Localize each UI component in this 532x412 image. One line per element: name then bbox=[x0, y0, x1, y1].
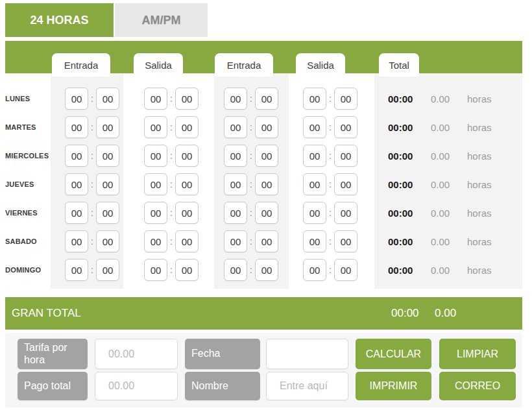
entrada2-hours-input[interactable] bbox=[224, 259, 247, 281]
day-label: MIERCOLES bbox=[5, 152, 48, 160]
entrada1-minutes-input[interactable] bbox=[96, 259, 119, 281]
entrada2-hours-input[interactable] bbox=[224, 88, 247, 110]
entrada2-minutes-input[interactable] bbox=[255, 173, 278, 195]
entrada1-hours-input[interactable] bbox=[65, 259, 88, 281]
entrada2-minutes-input[interactable] bbox=[255, 88, 278, 110]
salida2-hours-input[interactable] bbox=[303, 173, 326, 195]
entrada2-minutes-input[interactable] bbox=[255, 259, 278, 281]
salida2-minutes-input[interactable] bbox=[334, 259, 357, 281]
colon-separator: : bbox=[167, 265, 175, 275]
salida1-hours-input[interactable] bbox=[144, 230, 167, 252]
entrada2-minutes-input[interactable] bbox=[255, 230, 278, 252]
salida2-hours-input[interactable] bbox=[303, 259, 326, 281]
salida2-hours-input[interactable] bbox=[303, 202, 326, 224]
entrada1-minutes-input[interactable] bbox=[96, 145, 119, 167]
salida1-minutes-input[interactable] bbox=[175, 88, 199, 110]
entrada1-hours-input[interactable] bbox=[65, 88, 88, 110]
salida1-minutes-input[interactable] bbox=[175, 230, 199, 252]
salida1-minutes-input[interactable] bbox=[175, 173, 199, 195]
salida2-minutes-input[interactable] bbox=[334, 116, 357, 138]
day-total-decimal: 0.00 bbox=[431, 236, 450, 247]
day-total-decimal: 0.00 bbox=[431, 122, 450, 133]
entrada1-minutes-input[interactable] bbox=[96, 173, 119, 195]
colon-separator: : bbox=[88, 179, 96, 189]
entrada2-minutes-input[interactable] bbox=[255, 116, 278, 138]
salida1-hours-input[interactable] bbox=[144, 116, 167, 138]
entrada2-hours-input[interactable] bbox=[224, 230, 247, 252]
day-total-time: 00:00 bbox=[388, 208, 413, 219]
colon-separator: : bbox=[88, 265, 96, 275]
grand-total-bar: GRAN TOTAL 00:00 0.00 bbox=[5, 297, 522, 330]
colon-separator: : bbox=[247, 122, 255, 132]
salida1-minutes-input[interactable] bbox=[175, 202, 199, 224]
salida2-minutes-input[interactable] bbox=[334, 173, 357, 195]
email-button[interactable]: CORREO bbox=[439, 372, 516, 400]
salida2-hours-input[interactable] bbox=[303, 116, 326, 138]
day-total-time: 00:00 bbox=[388, 151, 413, 162]
tab-am-pm[interactable]: AM/PM bbox=[115, 3, 208, 37]
entrada1-minutes-input[interactable] bbox=[96, 116, 119, 138]
salida2-minutes-input[interactable] bbox=[334, 230, 357, 252]
colon-separator: : bbox=[247, 265, 255, 275]
salida2-hours-input[interactable] bbox=[303, 230, 326, 252]
clear-button[interactable]: LIMPIAR bbox=[439, 339, 516, 369]
total-pay-label: Pago total bbox=[18, 372, 88, 400]
day-total-unit: horas bbox=[467, 122, 492, 133]
day-label: LUNES bbox=[5, 95, 48, 103]
calculate-button[interactable]: CALCULAR bbox=[356, 339, 431, 369]
day-total-time: 00:00 bbox=[388, 265, 413, 276]
colon-separator: : bbox=[167, 122, 175, 132]
tab-24-hours[interactable]: 24 HORAS bbox=[5, 3, 114, 37]
entrada2-hours-input[interactable] bbox=[224, 116, 247, 138]
entrada2-hours-input[interactable] bbox=[224, 202, 247, 224]
salida1-minutes-input[interactable] bbox=[175, 116, 199, 138]
entrada1-hours-input[interactable] bbox=[65, 202, 88, 224]
colon-separator: : bbox=[167, 236, 175, 247]
salida1-minutes-input[interactable] bbox=[175, 259, 199, 281]
day-total-time: 00:00 bbox=[388, 179, 413, 190]
entrada2-hours-input[interactable] bbox=[224, 145, 247, 167]
colon-separator: : bbox=[88, 122, 96, 132]
entrada2-minutes-input[interactable] bbox=[255, 145, 278, 167]
salida1-hours-input[interactable] bbox=[144, 202, 167, 224]
colon-separator: : bbox=[88, 208, 96, 218]
day-total-unit: horas bbox=[467, 236, 492, 247]
salida1-hours-input[interactable] bbox=[144, 173, 167, 195]
date-input[interactable] bbox=[266, 339, 348, 369]
entrada1-hours-input[interactable] bbox=[65, 230, 88, 252]
entrada1-hours-input[interactable] bbox=[65, 173, 88, 195]
salida1-hours-input[interactable] bbox=[144, 259, 167, 281]
name-input[interactable] bbox=[266, 372, 348, 400]
day-row: JUEVES : : : : 00:00 0.00 horas bbox=[0, 170, 532, 199]
total-pay-input[interactable] bbox=[95, 372, 178, 400]
day-row: SABADO : : : : 00:00 0.00 horas bbox=[0, 227, 532, 256]
salida2-minutes-input[interactable] bbox=[334, 202, 357, 224]
colon-separator: : bbox=[247, 236, 255, 247]
day-label: JUEVES bbox=[5, 180, 48, 188]
salida1-minutes-input[interactable] bbox=[175, 145, 199, 167]
colon-separator: : bbox=[247, 208, 255, 218]
timesheet-calculator: 24 HORAS AM/PM Entrada Salida Entrada Sa… bbox=[0, 0, 532, 412]
day-total-unit: horas bbox=[467, 93, 492, 104]
entrada1-minutes-input[interactable] bbox=[96, 88, 119, 110]
day-total-decimal: 0.00 bbox=[431, 93, 450, 104]
entrada1-hours-input[interactable] bbox=[65, 116, 88, 138]
entrada2-minutes-input[interactable] bbox=[255, 202, 278, 224]
salida2-hours-input[interactable] bbox=[303, 88, 326, 110]
hourly-rate-input[interactable] bbox=[95, 339, 178, 369]
print-button[interactable]: IMPRIMIR bbox=[356, 372, 431, 400]
salida2-minutes-input[interactable] bbox=[334, 145, 357, 167]
day-row: DOMINGO : : : : 00:00 0.00 horas bbox=[0, 256, 532, 284]
entrada1-minutes-input[interactable] bbox=[96, 202, 119, 224]
salida1-hours-input[interactable] bbox=[144, 145, 167, 167]
entrada2-hours-input[interactable] bbox=[224, 173, 247, 195]
day-row: MIERCOLES : : : : 00:00 0.00 horas bbox=[0, 141, 532, 170]
entrada1-hours-input[interactable] bbox=[65, 145, 88, 167]
grand-total-decimal: 0.00 bbox=[435, 307, 456, 320]
entrada1-minutes-input[interactable] bbox=[96, 230, 119, 252]
salida1-hours-input[interactable] bbox=[144, 88, 167, 110]
column-header-salida-2: Salida bbox=[296, 53, 345, 77]
salida2-minutes-input[interactable] bbox=[334, 88, 357, 110]
day-total-time: 00:00 bbox=[388, 93, 413, 104]
salida2-hours-input[interactable] bbox=[303, 145, 326, 167]
